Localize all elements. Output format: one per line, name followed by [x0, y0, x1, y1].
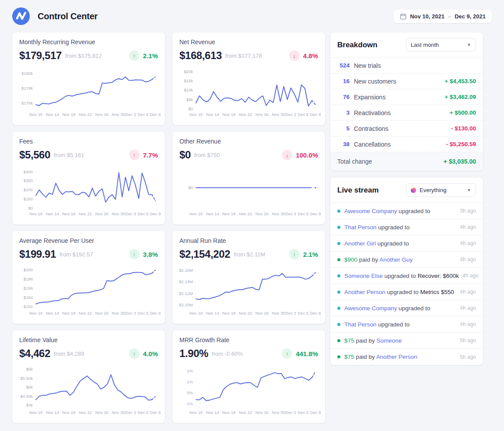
- event-text-segment: upgraded to: [377, 321, 410, 328]
- svg-text:$176k: $176k: [21, 101, 33, 105]
- date-range-end: Dec 9, 2021: [455, 13, 486, 20]
- change-badge: ↑ 441.8%: [282, 348, 318, 359]
- event-text: That Person upgraded to: [344, 321, 410, 328]
- event-dot-icon: [337, 307, 340, 310]
- svg-text:Dec 9: Dec 9: [310, 410, 321, 415]
- svg-text:Nov 22: Nov 22: [239, 410, 252, 415]
- metric-value: $5,560: [19, 149, 50, 161]
- livestream-item: That Person upgraded to 4h ago: [330, 316, 483, 333]
- metric-chart: $400$300$200$100$0Nov 10Nov 14Nov 18Nov …: [19, 163, 158, 217]
- breakdown-row: 76 Expansions + $3,462.09: [330, 89, 483, 105]
- svg-text:Dec 9: Dec 9: [310, 311, 321, 315]
- livestream-item: Awesome Company upgraded to 3h ago: [330, 203, 483, 219]
- svg-text:Dec 9: Dec 9: [150, 311, 161, 315]
- customer-link[interactable]: That Person: [344, 224, 377, 231]
- svg-text:Nov 14: Nov 14: [206, 311, 219, 315]
- metric-previous-value: from $750: [194, 152, 220, 158]
- svg-text:Nov 26: Nov 26: [95, 410, 108, 415]
- svg-text:Nov 10: Nov 10: [29, 112, 42, 117]
- event-time: 3h ago: [456, 208, 476, 214]
- breakdown-row: 16 New customers + $4,453.50: [330, 74, 483, 89]
- payment-amount[interactable]: $900: [344, 256, 357, 263]
- customer-link[interactable]: Awesome Company: [344, 305, 397, 312]
- svg-text:Nov 22: Nov 22: [79, 211, 92, 216]
- svg-text:$192: $192: [24, 304, 33, 309]
- svg-text:Nov 30: Nov 30: [112, 211, 125, 216]
- livestream-item: Another Girl upgraded to 4h ago: [330, 235, 483, 252]
- change-badge: ↑ 2.1%: [129, 50, 158, 61]
- svg-text:Dec 6: Dec 6: [298, 112, 308, 117]
- change-percent: 2.1%: [143, 52, 158, 60]
- svg-text:Nov 18: Nov 18: [222, 211, 235, 216]
- svg-text:Nov 22: Nov 22: [239, 112, 252, 117]
- event-text: Another Person upgraded to Metrics $550: [344, 289, 454, 295]
- date-range-separator: –: [448, 13, 451, 20]
- arrow-up-icon: ↑: [129, 348, 140, 359]
- svg-text:Dec 3: Dec 3: [125, 112, 136, 117]
- change-badge: ↑ 3.8%: [129, 249, 158, 259]
- metric-previous-value: from -0.60%: [212, 350, 243, 357]
- breakdown-count: 5: [337, 125, 350, 132]
- svg-text:Nov 22: Nov 22: [79, 410, 92, 415]
- metric-chart: $0Nov 10Nov 14Nov 18Nov 22Nov 26Nov 30De…: [179, 163, 318, 217]
- event-dot-icon: [337, 355, 340, 358]
- event-dot-icon: [337, 274, 340, 277]
- breakdown-row: 3 Reactivations + $500.00: [330, 105, 483, 121]
- event-text-segment: paid by: [354, 337, 377, 344]
- metric-cards-grid: Monthly Recurring Revenue $179,517 from …: [12, 32, 325, 423]
- customer-link[interactable]: Another Guy: [379, 256, 413, 263]
- change-percent: 2.1%: [303, 251, 318, 258]
- svg-text:Dec 6: Dec 6: [137, 112, 148, 117]
- customer-link[interactable]: Someone: [377, 337, 402, 344]
- event-text-segment: paid by: [357, 256, 379, 263]
- event-text-segment: upgraded to: [397, 305, 430, 312]
- arrow-up-icon: ↑: [129, 150, 140, 160]
- breakdown-label: Expansions: [354, 94, 385, 101]
- metric-card-arpu: Average Revenue Per User $199.91 from $1…: [12, 231, 165, 324]
- customer-link[interactable]: Someone Else: [344, 273, 383, 279]
- main-content: Monthly Recurring Revenue $179,517 from …: [0, 31, 504, 423]
- svg-text:$0: $0: [28, 206, 33, 210]
- metric-previous-value: from $5,161: [54, 152, 84, 158]
- event-dot-icon: [337, 210, 340, 213]
- svg-text:$200: $200: [24, 267, 33, 272]
- event-time: 4h ago: [456, 256, 476, 263]
- breakdown-panel: Breakdown Last month ▼ 524 New trials 16…: [330, 32, 483, 171]
- metric-card-mrr: Monthly Recurring Revenue $179,517 from …: [12, 32, 165, 125]
- payment-amount[interactable]: $75: [344, 354, 354, 360]
- date-range-picker[interactable]: Nov 10, 2021 – Dec 9, 2021: [394, 10, 492, 23]
- event-dot-icon: [337, 339, 340, 342]
- customer-link[interactable]: That Person: [344, 321, 377, 328]
- svg-text:Nov 10: Nov 10: [29, 211, 42, 216]
- svg-text:Nov 10: Nov 10: [29, 311, 42, 315]
- breakdown-title: Breakdown: [337, 41, 378, 49]
- svg-text:Nov 14: Nov 14: [46, 211, 59, 216]
- customer-link[interactable]: Another Person: [376, 354, 417, 360]
- customer-link[interactable]: Another Girl: [344, 240, 376, 247]
- metric-card-ltv: Lifetime Value $4,462 from $4,289 ↑ 4.0%…: [12, 330, 165, 423]
- livestream-filter-select[interactable]: Everything ▼: [406, 183, 476, 197]
- chevron-down-icon: ▼: [467, 42, 471, 47]
- event-text-segment: upgraded to: [376, 240, 409, 247]
- svg-text:Nov 26: Nov 26: [256, 410, 269, 415]
- svg-text:Nov 10: Nov 10: [189, 410, 203, 415]
- metric-title: Annual Run Rate: [179, 237, 318, 244]
- app-logo-icon[interactable]: [12, 7, 30, 25]
- livestream-items: Awesome Company upgraded to 3h ago That …: [330, 203, 483, 365]
- change-percent: 4.0%: [143, 350, 158, 357]
- svg-text:Nov 10: Nov 10: [189, 311, 203, 315]
- arrow-up-icon: ↑: [129, 249, 140, 259]
- breakdown-period-select[interactable]: Last month ▼: [406, 38, 476, 52]
- change-badge: ↓ 4.8%: [289, 50, 318, 61]
- breakdown-amount: + $500.00: [450, 109, 476, 116]
- payment-amount[interactable]: $75: [344, 337, 354, 344]
- sidebar: Breakdown Last month ▼ 524 New trials 16…: [330, 32, 483, 372]
- arrow-down-icon: ↓: [289, 50, 300, 61]
- customer-link[interactable]: Awesome Company: [344, 208, 397, 214]
- breakdown-count: 3: [337, 109, 350, 116]
- page-title: Control Center: [38, 11, 98, 21]
- svg-text:Nov 10: Nov 10: [189, 211, 203, 216]
- svg-text:$20k: $20k: [184, 69, 193, 74]
- customer-link[interactable]: Another Person: [344, 289, 385, 295]
- svg-text:1%: 1%: [187, 379, 193, 384]
